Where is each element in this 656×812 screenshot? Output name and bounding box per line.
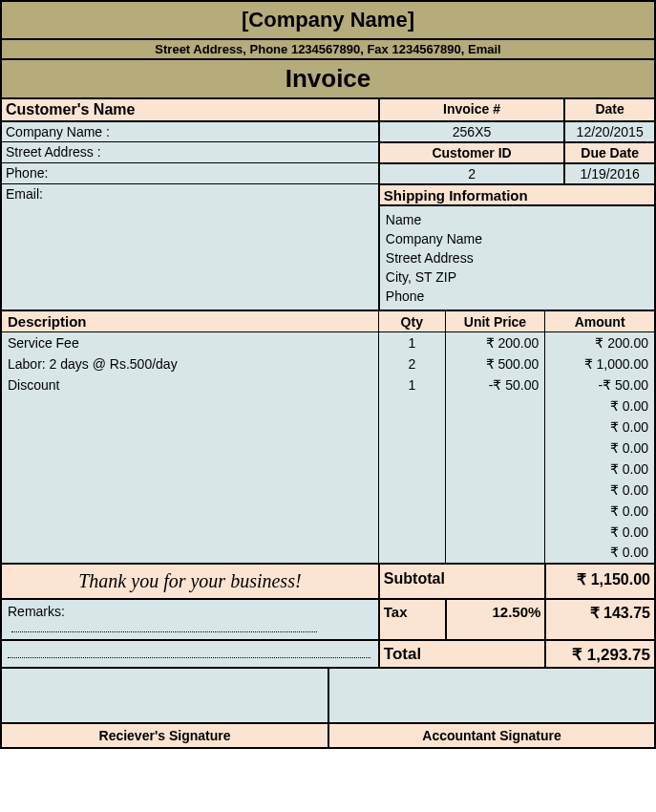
tax-amount: ₹ 143.75 [545,599,655,640]
item-unit: ₹ 500.00 [445,353,545,374]
customer-email-label: Email: [1,184,379,205]
item-amount: ₹ 0.00 [545,480,655,501]
item-amount: ₹ 0.00 [545,459,655,480]
shipping-heading: Shipping Information [379,184,655,205]
table-row: ₹ 0.00 [2,501,655,522]
item-desc [2,543,379,564]
due-date-label: Due Date [564,142,655,163]
due-date-value: 1/19/2016 [564,163,655,184]
invoice-num-label: Invoice # [379,98,564,121]
item-desc [2,522,379,543]
items-header-row: Description Qty Unit Price Amount [2,311,655,332]
item-amount: ₹ 200.00 [545,332,655,353]
col-amount: Amount [545,311,655,332]
remarks-line[interactable] [11,619,317,632]
invoice-title: Invoice [1,59,655,98]
date-value: 12/20/2015 [564,121,655,142]
item-amount: ₹ 0.00 [545,522,655,543]
invoice-num-value: 256X5 [379,121,564,142]
customer-heading: Customer's Name [1,98,379,121]
item-amount: ₹ 1,000.00 [545,353,655,374]
receiver-sig-box[interactable] [1,668,328,723]
total-value: ₹ 1,293.75 [545,640,655,668]
item-unit: -₹ 50.00 [445,374,545,395]
shipping-phone: Phone [386,287,648,306]
item-qty [378,417,445,438]
tax-label: Tax [379,599,446,640]
table-row: ₹ 0.00 [2,417,655,438]
item-desc: Discount [2,374,379,395]
remarks-label: Remarks: [8,604,65,619]
item-qty: 1 [378,374,445,395]
item-qty [378,438,445,459]
table-row: Discount1-₹ 50.00-₹ 50.00 [2,374,655,395]
item-amount: ₹ 0.00 [545,438,655,459]
item-qty [378,501,445,522]
table-row: ₹ 0.00 [2,543,655,564]
item-amount: ₹ 0.00 [545,501,655,522]
date-label: Date [564,98,655,121]
items-body: Service Fee1₹ 200.00₹ 200.00Labor: 2 day… [2,332,655,564]
item-qty: 1 [378,332,445,353]
table-row: ₹ 0.00 [2,395,655,417]
shipping-name: Name [386,210,648,229]
shipping-block: Name Company Name Street Address City, S… [379,205,655,310]
item-unit [445,480,545,501]
item-desc [2,501,379,522]
item-desc [2,417,379,438]
item-desc: Labor: 2 days @ Rs.500/day [2,353,379,374]
table-row: ₹ 0.00 [2,438,655,459]
col-qty: Qty [378,311,445,332]
item-desc [2,438,379,459]
subtotal-value: ₹ 1,150.00 [545,564,655,599]
item-unit [445,501,545,522]
subtotal-label: Subtotal [379,564,546,599]
item-unit [445,438,545,459]
item-desc: Service Fee [2,332,379,353]
accountant-sig-label: Accountant Signature [328,723,655,748]
shipping-street: Street Address [386,248,648,267]
item-amount: ₹ 0.00 [545,417,655,438]
item-unit [445,395,545,417]
receiver-sig-label: Reciever's Signature [1,723,328,748]
item-unit [445,459,545,480]
item-unit: ₹ 200.00 [445,332,545,353]
item-amount: ₹ 0.00 [545,543,655,564]
item-qty [378,522,445,543]
customer-street-label: Street Address : [1,142,379,163]
item-unit [445,522,545,543]
col-unit-price: Unit Price [445,311,545,332]
item-qty [378,459,445,480]
item-qty [378,480,445,501]
tax-rate: 12.50% [446,599,546,640]
table-row: Labor: 2 days @ Rs.500/day2₹ 500.00₹ 1,0… [2,353,655,374]
company-name: [Company Name] [1,1,655,39]
customer-blank-area [1,205,379,310]
item-desc [2,480,379,501]
item-desc [2,395,379,417]
company-address-line: Street Address, Phone 1234567890, Fax 12… [1,39,655,59]
remarks-line-2[interactable] [8,645,370,658]
customer-company-label: Company Name : [1,121,379,142]
customer-phone-label: Phone: [1,163,379,184]
table-row: Service Fee1₹ 200.00₹ 200.00 [2,332,655,353]
table-row: ₹ 0.00 [2,522,655,543]
table-row: ₹ 0.00 [2,480,655,501]
invoice-document: [Company Name] Street Address, Phone 123… [0,0,656,749]
total-label: Total [379,640,546,668]
remarks-row: Remarks: [1,599,379,640]
customer-id-label: Customer ID [379,142,564,163]
item-unit [445,543,545,564]
col-description: Description [2,311,379,332]
customer-id-value: 2 [379,163,564,184]
shipping-company: Company Name [386,229,648,248]
item-qty [378,395,445,417]
item-desc [2,459,379,480]
item-unit [445,417,545,438]
item-amount: -₹ 50.00 [545,374,655,395]
thank-you-message: Thank you for your business! [1,564,379,599]
item-amount: ₹ 0.00 [545,395,655,417]
item-qty [378,543,445,564]
shipping-city: City, ST ZIP [386,267,648,287]
accountant-sig-box[interactable] [328,668,655,723]
